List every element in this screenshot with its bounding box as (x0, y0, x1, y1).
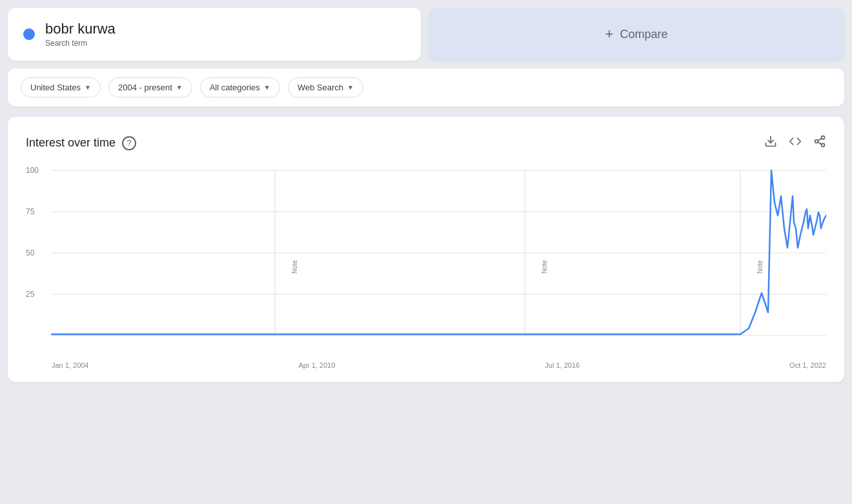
search-term-label: Search term (45, 39, 116, 48)
svg-text:Note: Note (756, 259, 764, 274)
chart-header: Interest over time ? (26, 135, 826, 151)
category-chevron: ▼ (264, 84, 270, 91)
search-term-card: bobr kurwa Search term (8, 8, 421, 61)
category-filter[interactable]: All categories ▼ (200, 77, 280, 97)
filters-bar: United States ▼ 2004 - present ▼ All cat… (8, 68, 844, 106)
interest-chart: 100 75 50 25 Note Note Note (26, 164, 826, 358)
region-filter[interactable]: United States ▼ (21, 77, 101, 97)
svg-line-4 (818, 142, 822, 144)
compare-label: Compare (620, 28, 667, 41)
search-term-value: bobr kurwa (45, 21, 116, 37)
search-type-label: Web Search (298, 83, 343, 92)
svg-text:75: 75 (26, 207, 35, 216)
x-label-2016: Jul 1, 2016 (545, 361, 580, 369)
x-labels: Jan 1, 2004 Apr 1, 2010 Jul 1, 2016 Oct … (26, 361, 826, 369)
timeframe-label: 2004 - present (118, 83, 172, 92)
svg-text:100: 100 (26, 166, 39, 175)
svg-line-5 (818, 138, 822, 140)
chart-area: 100 75 50 25 Note Note Note (26, 164, 826, 358)
svg-text:Note: Note (291, 259, 298, 274)
search-type-filter[interactable]: Web Search ▼ (288, 77, 363, 97)
download-button[interactable] (764, 135, 777, 151)
search-term-text: bobr kurwa Search term (45, 21, 116, 48)
embed-button[interactable] (789, 135, 802, 151)
region-chevron: ▼ (85, 84, 91, 91)
chart-actions (764, 135, 826, 151)
chart-title-area: Interest over time ? (26, 136, 136, 150)
help-label: ? (127, 138, 131, 148)
compare-plus: + (605, 26, 614, 43)
help-icon[interactable]: ? (122, 136, 136, 150)
top-row: bobr kurwa Search term + Compare (8, 8, 844, 61)
svg-text:25: 25 (26, 290, 35, 299)
search-term-dot (23, 28, 35, 40)
search-type-chevron: ▼ (347, 84, 354, 91)
svg-text:50: 50 (26, 248, 35, 257)
x-label-2004: Jan 1, 2004 (52, 361, 89, 369)
timeframe-filter[interactable]: 2004 - present ▼ (108, 77, 192, 97)
x-label-2010: Apr 1, 2010 (298, 361, 335, 369)
category-label: All categories (210, 83, 260, 92)
share-button[interactable] (813, 135, 826, 151)
timeframe-chevron: ▼ (176, 84, 183, 91)
svg-text:Note: Note (541, 259, 548, 274)
x-label-2022: Oct 1, 2022 (789, 361, 826, 369)
compare-card[interactable]: + Compare (429, 8, 844, 61)
region-label: United States (30, 83, 81, 92)
chart-card: Interest over time ? (8, 117, 844, 382)
chart-title: Interest over time (26, 136, 116, 150)
